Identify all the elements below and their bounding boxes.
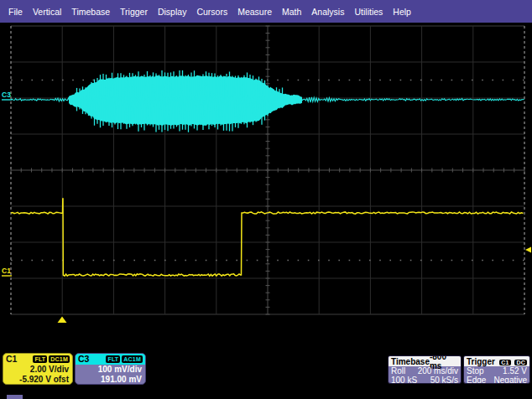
timebase-label: Timebase (391, 357, 430, 366)
c1-scale: 2.00 V/div (3, 365, 72, 375)
c3-label: C3 (78, 355, 89, 365)
c3-position-label[interactable]: C3 (2, 91, 11, 99)
trigger-slope: Negative (494, 376, 527, 384)
timebase-scale: 200 ms/div (418, 366, 458, 376)
channel-descriptor-c3[interactable]: C3 FLT AC1M 100 mV/div 191.00 mV (75, 353, 146, 385)
taskbar-stub (7, 395, 23, 399)
trigger-coupling-badge: DC (514, 360, 527, 365)
c1-position-label[interactable]: C1 (2, 267, 11, 275)
trigger-state: Stop (467, 366, 484, 376)
timebase-descriptor[interactable]: Timebase -800 ms Roll 200 ms/div 100 kS … (388, 355, 462, 384)
trigger-source-badge: C1 (499, 360, 510, 365)
timebase-samples: 100 kS (391, 376, 417, 384)
c3-scale: 100 mV/div (76, 365, 145, 375)
c1-label: C1 (6, 355, 17, 365)
oscilloscope-screen: File Vertical Timebase Trigger Display C… (0, 0, 532, 399)
waveform-display: C3C1 (0, 0, 532, 399)
c1-filter-badge: FLT (33, 355, 47, 363)
trigger-type: Edge (467, 376, 486, 384)
c1-coupling-badge: DC1M (49, 355, 70, 363)
c1-offset: -5.920 V ofst (3, 375, 72, 385)
trigger-descriptor[interactable]: Trigger C1 DC Stop 1.52 V Edge Negative (463, 355, 530, 384)
trigger-level: 1.52 V (503, 366, 527, 376)
timebase-rate: 50 kS/s (430, 376, 458, 384)
timebase-mode: Roll (391, 366, 405, 376)
c3-coupling-badge: AC1M (122, 355, 143, 363)
channel-descriptor-c1[interactable]: C1 FLT DC1M 2.00 V/div -5.920 V ofst (3, 353, 73, 385)
trigger-position-marker[interactable] (58, 317, 67, 324)
c3-offset: 191.00 mV (76, 375, 145, 385)
c1-trace (11, 199, 524, 276)
trigger-level-marker[interactable] (525, 247, 531, 253)
trigger-label: Trigger (467, 357, 495, 366)
c3-filter-badge: FLT (106, 355, 120, 363)
